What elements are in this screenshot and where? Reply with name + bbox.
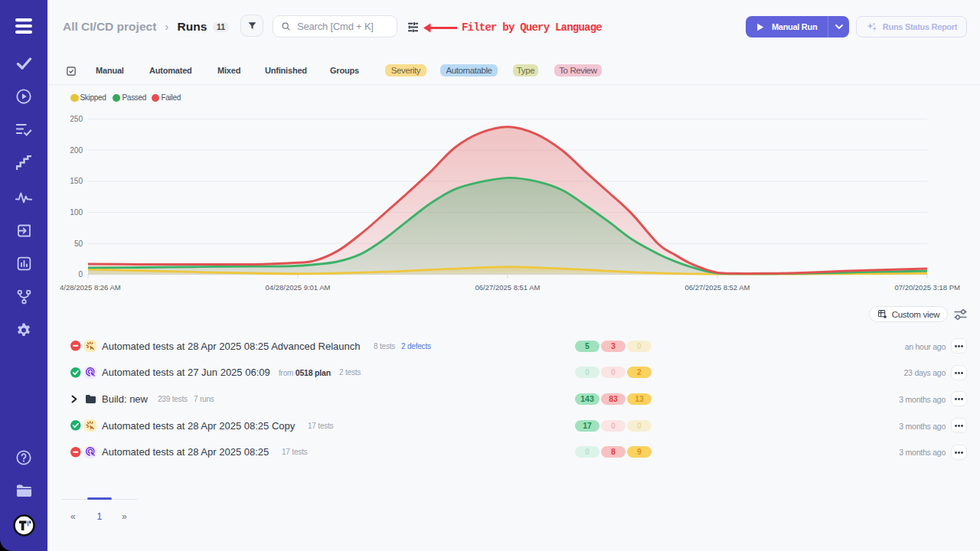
svg-text:250: 250 — [70, 115, 83, 123]
svg-text:04/28/2025 9:01 AM: 04/28/2025 9:01 AM — [265, 283, 330, 292]
svg-text:06/27/2025 8:51 AM: 06/27/2025 8:51 AM — [475, 283, 540, 292]
svg-text:50: 50 — [74, 240, 83, 248]
svg-text:200: 200 — [70, 146, 83, 155]
svg-text:100: 100 — [70, 208, 83, 217]
svg-text:0: 0 — [78, 270, 83, 279]
svg-text:07/20/2025 3:18 PM: 07/20/2025 3:18 PM — [894, 283, 960, 292]
svg-text:06/27/2025 8:52 AM: 06/27/2025 8:52 AM — [684, 283, 750, 292]
svg-text:150: 150 — [70, 177, 83, 185]
svg-text:4/28/2025 8:26 AM: 4/28/2025 8:26 AM — [60, 283, 121, 292]
